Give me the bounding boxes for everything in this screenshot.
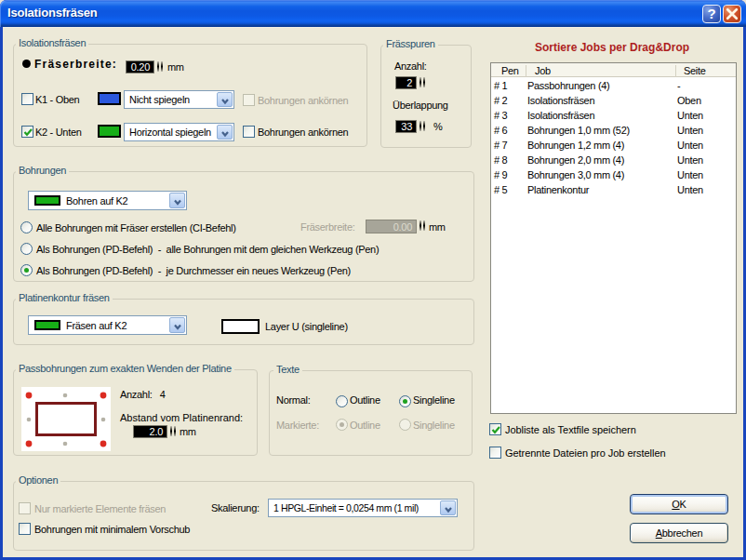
svg-text:?: ? <box>708 6 716 21</box>
